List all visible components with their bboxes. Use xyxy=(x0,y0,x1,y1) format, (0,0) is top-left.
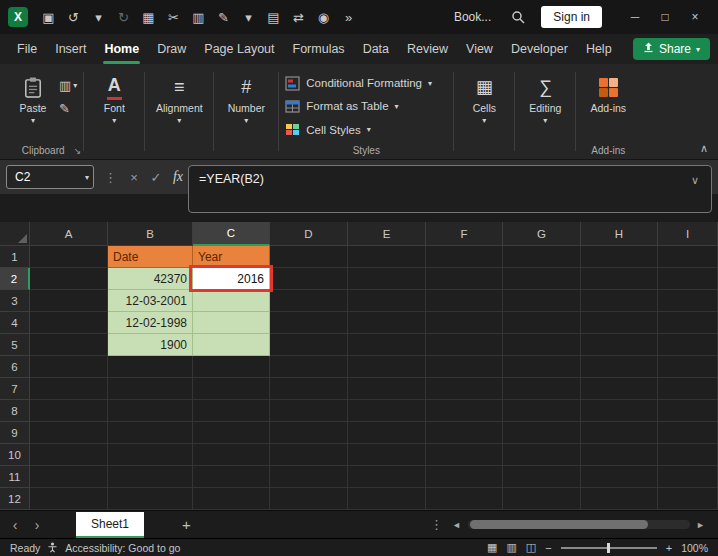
cell-D12[interactable] xyxy=(270,488,348,510)
zoom-level[interactable]: 100% xyxy=(681,542,708,554)
cell-F8[interactable] xyxy=(426,400,503,422)
scroll-left-arrow-icon[interactable]: ◄ xyxy=(452,520,461,530)
cell-H11[interactable] xyxy=(581,466,658,488)
row-header-8[interactable]: 8 xyxy=(0,400,30,422)
cell-A6[interactable] xyxy=(30,356,108,378)
cell-C8[interactable] xyxy=(193,400,270,422)
cell-F10[interactable] xyxy=(426,444,503,466)
cell-A1[interactable] xyxy=(30,246,108,268)
cell-D5[interactable] xyxy=(270,334,348,356)
tab-help[interactable]: Help xyxy=(577,34,621,64)
cell-I4[interactable] xyxy=(658,312,718,334)
cell-F6[interactable] xyxy=(426,356,503,378)
alignment-button[interactable]: ≡ Alignment ▾ xyxy=(151,70,207,141)
tab-draw[interactable]: Draw xyxy=(148,34,195,64)
row-header-12[interactable]: 12 xyxy=(0,488,30,510)
cell-A7[interactable] xyxy=(30,378,108,400)
cell-D4[interactable] xyxy=(270,312,348,334)
cancel-button[interactable]: × xyxy=(123,170,145,185)
cell-E7[interactable] xyxy=(348,378,426,400)
cell-I10[interactable] xyxy=(658,444,718,466)
cell-C6[interactable] xyxy=(193,356,270,378)
cell-H4[interactable] xyxy=(581,312,658,334)
cell-C12[interactable] xyxy=(193,488,270,510)
cell-C4[interactable] xyxy=(193,312,270,334)
row-header-10[interactable]: 10 xyxy=(0,444,30,466)
paste-button[interactable]: Paste ▾ xyxy=(9,70,57,141)
cell-H6[interactable] xyxy=(581,356,658,378)
conditional-formatting-button[interactable]: Conditional Formatting ▾ xyxy=(285,72,432,94)
normal-view-button[interactable]: ▦ xyxy=(487,541,497,554)
cell-H10[interactable] xyxy=(581,444,658,466)
select-all-button[interactable] xyxy=(0,222,30,246)
clipboard-dialog-launcher-icon[interactable]: ↘ xyxy=(74,146,82,156)
cell-F3[interactable] xyxy=(426,290,503,312)
scroll-right-arrow-icon[interactable]: ► xyxy=(696,520,705,530)
cell-A12[interactable] xyxy=(30,488,108,510)
cell-G7[interactable] xyxy=(503,378,581,400)
collapse-ribbon-button[interactable]: ∧ xyxy=(700,142,708,155)
zoom-out-button[interactable]: − xyxy=(545,542,551,554)
zoom-slider[interactable] xyxy=(561,547,657,549)
tab-home[interactable]: Home xyxy=(95,34,148,64)
cell-G12[interactable] xyxy=(503,488,581,510)
horizontal-scrollbar-thumb[interactable] xyxy=(470,520,648,529)
cell-B2[interactable]: 42370 xyxy=(108,268,193,290)
cell-E10[interactable] xyxy=(348,444,426,466)
addins-button[interactable]: Add-ins xyxy=(582,70,634,141)
cell-E12[interactable] xyxy=(348,488,426,510)
insert-function-button[interactable]: fx xyxy=(167,169,189,185)
cell-F12[interactable] xyxy=(426,488,503,510)
cell-H2[interactable] xyxy=(581,268,658,290)
cell-B10[interactable] xyxy=(108,444,193,466)
tab-insert[interactable]: Insert xyxy=(46,34,95,64)
cell-E9[interactable] xyxy=(348,422,426,444)
column-header-B[interactable]: B xyxy=(108,222,193,246)
cell-B9[interactable] xyxy=(108,422,193,444)
copy-icon[interactable]: ▥ xyxy=(186,5,211,29)
column-header-A[interactable]: A xyxy=(30,222,108,246)
share-button[interactable]: Share ▾ xyxy=(633,38,710,60)
cell-C11[interactable] xyxy=(193,466,270,488)
redo-icon[interactable]: ↻ xyxy=(111,5,136,29)
cell-B5[interactable]: 1900 xyxy=(108,334,193,356)
cell-I11[interactable] xyxy=(658,466,718,488)
close-button[interactable]: × xyxy=(680,5,710,29)
page-layout-view-button[interactable]: ▥ xyxy=(506,541,516,554)
cell-C5[interactable] xyxy=(193,334,270,356)
cell-H1[interactable] xyxy=(581,246,658,268)
tab-file[interactable]: File xyxy=(8,34,46,64)
column-header-I[interactable]: I xyxy=(658,222,718,246)
cell-G1[interactable] xyxy=(503,246,581,268)
cell-E1[interactable] xyxy=(348,246,426,268)
tab-review[interactable]: Review xyxy=(398,34,457,64)
cell-F1[interactable] xyxy=(426,246,503,268)
cell-B3[interactable]: 12-03-2001 xyxy=(108,290,193,312)
cell-H9[interactable] xyxy=(581,422,658,444)
cell-B6[interactable] xyxy=(108,356,193,378)
column-header-G[interactable]: G xyxy=(503,222,581,246)
column-header-E[interactable]: E xyxy=(348,222,426,246)
cell-styles-button[interactable]: Cell Styles ▾ xyxy=(285,119,432,141)
cell-G11[interactable] xyxy=(503,466,581,488)
cell-A3[interactable] xyxy=(30,290,108,312)
sheet-grid-icon[interactable]: ▦ xyxy=(136,5,161,29)
cell-I9[interactable] xyxy=(658,422,718,444)
enter-button[interactable]: ✓ xyxy=(145,170,167,185)
cell-C2[interactable]: 2016 xyxy=(193,268,270,290)
clipboard-icon[interactable]: ▤ xyxy=(261,5,286,29)
cell-I2[interactable] xyxy=(658,268,718,290)
cell-E2[interactable] xyxy=(348,268,426,290)
search-icon[interactable] xyxy=(505,5,531,29)
cell-B1[interactable]: Date xyxy=(108,246,193,268)
page-break-view-button[interactable]: ◫ xyxy=(526,541,536,554)
column-header-F[interactable]: F xyxy=(426,222,503,246)
cell-G10[interactable] xyxy=(503,444,581,466)
cell-B7[interactable] xyxy=(108,378,193,400)
accessibility-status[interactable]: Accessibility: Good to go xyxy=(65,542,180,554)
cell-G4[interactable] xyxy=(503,312,581,334)
cell-F5[interactable] xyxy=(426,334,503,356)
cell-H7[interactable] xyxy=(581,378,658,400)
tab-formulas[interactable]: Formulas xyxy=(284,34,354,64)
cell-C3[interactable] xyxy=(193,290,270,312)
